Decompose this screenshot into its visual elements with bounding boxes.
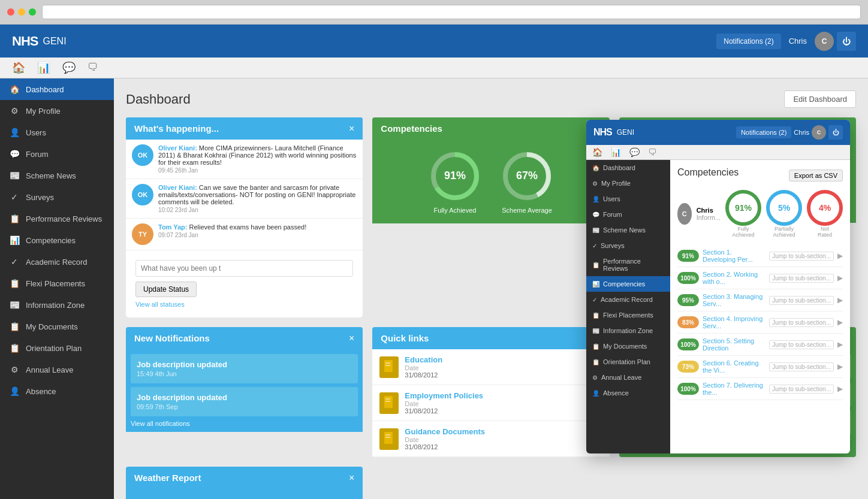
expand-icon[interactable]: ▶ — [837, 318, 843, 326]
chat-icon[interactable]: 💬 — [62, 61, 76, 74]
expand-icon[interactable]: ▶ — [837, 252, 843, 260]
notifications-button[interactable]: Notifications (2) — [716, 34, 780, 49]
quick-link-name[interactable]: Education — [405, 355, 442, 364]
user-name-button[interactable]: Chris — [784, 33, 812, 49]
overlay-sidebar-item-my-documents[interactable]: 📋 My Documents — [586, 338, 670, 354]
overlay-sidebar-item-absence[interactable]: 👤 Absence — [586, 385, 670, 401]
overlay-card: NHS GENI Notifications (2) Chris C ⏻ 🏠 📊… — [586, 120, 850, 453]
maximize-dot[interactable] — [29, 8, 36, 16]
jump-to-subsection[interactable]: Jump to sub-section... — [769, 340, 834, 349]
overlay-notifications-button[interactable]: Notifications (2) — [736, 126, 791, 138]
sidebar-item-annual-leave[interactable]: ⚙ Annual Leave — [0, 359, 114, 380]
power-button[interactable]: ⏻ — [837, 32, 856, 51]
sidebar-item-academic-record[interactable]: ✓ Academic Record — [0, 251, 114, 273]
avatar[interactable]: C — [815, 32, 834, 51]
view-all-notifications-link[interactable]: View all notifications — [131, 420, 358, 427]
sidebar-item-orientation-plan[interactable]: 📋 Orientation Plan — [0, 337, 114, 359]
overlay-sidebar-item-academic-record[interactable]: ✓ Academic Record — [586, 292, 670, 307]
section-pct-badge: 100% — [677, 338, 699, 350]
overlay-avatar[interactable]: C — [812, 125, 826, 140]
section-link[interactable]: Section 7. Delivering the... — [703, 382, 765, 396]
overlay-sidebar-item-competencies[interactable]: 📊 Competencies — [586, 276, 670, 292]
close-dot[interactable] — [7, 8, 14, 16]
status-input[interactable] — [135, 260, 353, 277]
overlay-sidebar-item-myprofile[interactable]: ⚙ My Profile — [586, 176, 670, 191]
overlay-chart-icon[interactable]: 📊 — [611, 147, 621, 157]
section-link[interactable]: Section 4. Improving Serv... — [703, 315, 765, 329]
sidebar-item-dashboard[interactable]: 🏠 Dashboard — [0, 78, 114, 100]
quick-link-name[interactable]: Guidance Documents — [405, 427, 485, 436]
overlay-sidebar-item-information-zone[interactable]: 📰 Information Zone — [586, 323, 670, 338]
quick-link-name[interactable]: Employment Policies — [405, 391, 483, 400]
jump-to-subsection[interactable]: Jump to sub-section... — [769, 296, 834, 305]
sidebar-item-scheme-news[interactable]: 📰 Scheme News — [0, 165, 114, 186]
list-item[interactable]: Education Date 31/08/2012 — [372, 349, 609, 385]
list-item: 100% Section 5. Setting Direction Jump t… — [677, 334, 843, 356]
sidebar-item-competencies[interactable]: 📊 Competencies — [0, 229, 114, 251]
chart-icon[interactable]: 📊 — [37, 61, 50, 74]
overlay-home-icon[interactable]: 🏠 — [592, 147, 602, 157]
overlay-sidebar-item-dashboard[interactable]: 🏠 Dashboard — [586, 160, 670, 176]
section-link[interactable]: Section 1. Developing Per... — [703, 249, 765, 263]
info-icon: 📰 — [9, 300, 20, 310]
export-csv-button[interactable]: Export as CSV — [789, 170, 843, 182]
jump-to-subsection[interactable]: Jump to sub-section... — [769, 318, 834, 327]
sidebar-item-forum[interactable]: 💬 Forum — [0, 143, 114, 165]
circle-fully-achieved: 91% — [725, 190, 761, 226]
section-link[interactable]: Section 2. Working with o... — [703, 271, 765, 285]
circle-chart: 91% — [428, 149, 482, 203]
jump-to-subsection[interactable]: Jump to sub-section... — [769, 385, 834, 394]
section-link[interactable]: Section 3. Managing Serv... — [703, 293, 765, 307]
home-icon[interactable]: 🏠 — [12, 61, 25, 74]
sidebar-item-flexi-placements[interactable]: 📋 Flexi Placements — [0, 273, 114, 294]
overlay-sidebar-item-annual-leave[interactable]: ⚙ Annual Leave — [586, 370, 670, 385]
update-status-button[interactable]: Update Status — [135, 282, 197, 297]
overlay-sidebar-item-performance-reviews[interactable]: 📋 Performance Reviews — [586, 253, 670, 276]
overlay-sidebar-item-surveys[interactable]: ✓ Surveys — [586, 238, 670, 253]
section-link[interactable]: Section 6. Creating the Vi... — [703, 359, 765, 374]
sidebar-item-information-zone[interactable]: 📰 Information Zone — [0, 294, 114, 316]
overlay-sidebar-item-orientation-plan[interactable]: 📋 Orientation Plan — [586, 354, 670, 370]
file-svg — [383, 396, 395, 410]
overlay-chat-icon[interactable]: 💬 — [629, 147, 640, 157]
expand-icon[interactable]: ▶ — [837, 385, 843, 393]
expand-icon[interactable]: ▶ — [837, 340, 843, 349]
list-item: OK Oliver Kiani: Can we save the banter … — [126, 179, 363, 219]
sidebar-item-surveys[interactable]: ✓ Surveys — [0, 186, 114, 208]
post-content: Oliver Kiani: Can we save the banter and… — [158, 184, 357, 213]
overlay-sidebar-item-forum[interactable]: 💬 Forum — [586, 207, 670, 222]
jump-to-subsection[interactable]: Jump to sub-section... — [769, 274, 834, 283]
list-item[interactable]: Employment Policies Date 31/08/2012 — [372, 385, 609, 421]
sidebar-item-myprofile[interactable]: ⚙ My Profile — [0, 100, 114, 122]
new-notifications-close[interactable]: × — [349, 334, 354, 343]
minimize-dot[interactable] — [18, 8, 25, 16]
jump-to-subsection[interactable]: Jump to sub-section... — [769, 252, 834, 261]
overlay-sidebar-item-scheme-news[interactable]: 📰 Scheme News — [586, 222, 670, 238]
sidebar-label: Flexi Placements — [603, 312, 653, 319]
section-link[interactable]: Section 5. Setting Direction — [703, 337, 765, 352]
stat-label-fully: FullyAchieved — [725, 226, 761, 238]
view-all-statuses-link[interactable]: View all statuses — [135, 301, 353, 308]
overlay-comment-icon[interactable]: 🗨 — [648, 147, 656, 157]
sidebar-item-users[interactable]: 👤 Users — [0, 122, 114, 143]
expand-icon[interactable]: ▶ — [837, 362, 843, 371]
weather-close[interactable]: × — [349, 473, 354, 483]
url-bar[interactable] — [42, 5, 861, 19]
sidebar-item-my-documents[interactable]: 📋 My Documents — [0, 316, 114, 337]
expand-icon[interactable]: ▶ — [837, 296, 843, 304]
jump-to-subsection[interactable]: Jump to sub-section... — [769, 362, 834, 371]
overlay-sidebar-item-users[interactable]: 👤 Users — [586, 191, 670, 207]
check-icon: ✓ — [592, 243, 597, 249]
overlay-power-button[interactable]: ⏻ — [828, 125, 843, 140]
expand-icon[interactable]: ▶ — [837, 274, 843, 282]
whats-happening-close[interactable]: × — [349, 124, 354, 134]
list-item[interactable]: Guidance Documents Date 31/08/2012 — [372, 421, 609, 457]
overlay-sidebar-item-flexi-placements[interactable]: 📋 Flexi Placements — [586, 307, 670, 323]
list-item: 95% Section 3. Managing Serv... Jump to … — [677, 289, 843, 312]
comment-icon[interactable]: 🗨 — [88, 61, 98, 74]
sidebar-label: Competencies — [603, 280, 645, 288]
page-header: Dashboard Edit Dashboard — [126, 90, 856, 108]
edit-dashboard-button[interactable]: Edit Dashboard — [784, 90, 856, 108]
sidebar-item-performance-reviews[interactable]: 📋 Performance Reviews — [0, 208, 114, 229]
sidebar-item-absence[interactable]: 👤 Absence — [0, 380, 114, 402]
